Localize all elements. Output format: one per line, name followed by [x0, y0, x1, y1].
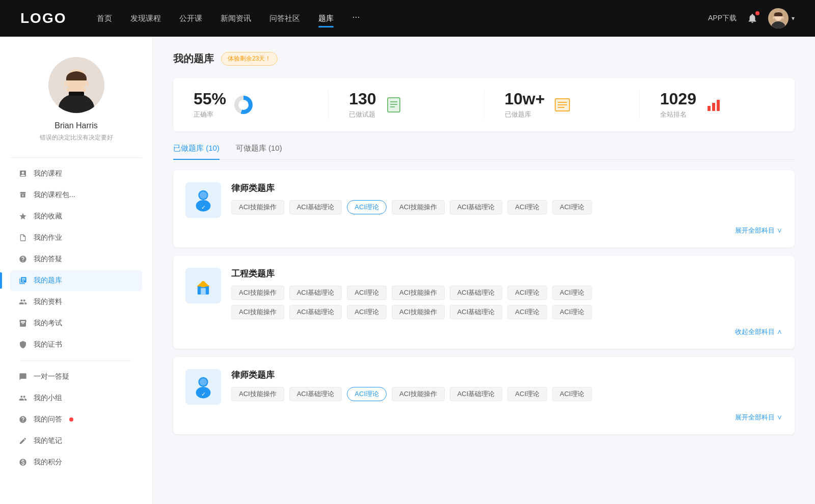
sidebar-divider-1 [10, 157, 142, 158]
stat-banks-label: 已做题库 [505, 110, 545, 119]
tags-row-lawyer-1: ACI技能操作 ACI基础理论 ACI理论 ACI技能操作 ACI基础理论 AC… [231, 200, 592, 214]
stat-done-banks: 10w+ 已做题库 [484, 90, 640, 119]
sidebar-item-course-label: 我的课程 [34, 169, 62, 178]
law2-tag-4[interactable]: ACI基础理论 [450, 387, 503, 401]
sidebar-item-points[interactable]: 我的积分 [10, 452, 142, 473]
sidebar-item-myqa[interactable]: 我的问答 [10, 409, 142, 430]
tab-available-banks[interactable]: 可做题库 (10) [236, 144, 282, 159]
page-header: 我的题库 体验剩余23天！ [173, 52, 795, 66]
svg-point-27 [201, 281, 205, 285]
sidebar-item-group[interactable]: 我的小组 [10, 387, 142, 409]
profile-section: Brian Harris 错误的决定比没有决定要好 [0, 37, 152, 152]
nav-discover[interactable]: 发现课程 [130, 12, 161, 25]
qbank-header-lawyer-2: ✓ 律师类题库 ACI技能操作 ACI基础理论 ACI理论 ACI技能操作 AC… [185, 369, 782, 405]
tags-row-engineer-1: ACI技能操作 ACI基础理论 ACI理论 ACI技能操作 ACI基础理论 AC… [231, 286, 592, 300]
tag-4[interactable]: ACI基础理论 [450, 200, 503, 214]
sidebar-item-notes[interactable]: 我的笔记 [10, 430, 142, 452]
eng-tag-r2-3[interactable]: ACI技能操作 [392, 305, 445, 319]
collapse-link-engineer[interactable]: 收起全部科目 ∧ [185, 327, 782, 337]
tag-0[interactable]: ACI技能操作 [231, 200, 284, 214]
question-icon [18, 255, 28, 264]
sidebar-divider-2 [20, 360, 132, 361]
svg-text:✓: ✓ [201, 204, 206, 210]
qbank-icon [18, 276, 28, 285]
nav-qa[interactable]: 问答社区 [269, 12, 300, 25]
expand-link-lawyer-2[interactable]: 展开全部科目 ∨ [185, 413, 782, 422]
navbar: LOGO 首页 发现课程 公开课 新闻资讯 问答社区 题库 ··· APP下载 [0, 0, 815, 37]
sidebar-item-favorites[interactable]: 我的收藏 [10, 206, 142, 227]
app-download-button[interactable]: APP下载 [708, 14, 737, 23]
sidebar-item-certificate-label: 我的证书 [34, 340, 62, 349]
tag-6[interactable]: ACI理论 [552, 200, 592, 214]
profile-avatar [48, 57, 104, 113]
qbank-header-lawyer-1: ✓ 律师类题库 ACI技能操作 ACI基础理论 ACI理论 ACI技能操作 AC… [185, 182, 782, 218]
main-layout: Brian Harris 错误的决定比没有决定要好 我的课程 我的课程包... [0, 37, 815, 504]
eng-tag-r1-2[interactable]: ACI理论 [347, 286, 387, 300]
package-icon [18, 190, 28, 200]
tag-1[interactable]: ACI基础理论 [289, 200, 342, 214]
sidebar-item-course[interactable]: 我的课程 [10, 163, 142, 184]
tag-3[interactable]: ACI技能操作 [392, 200, 445, 214]
sidebar-item-exam-label: 我的考试 [34, 319, 62, 328]
eng-tag-r1-4[interactable]: ACI基础理论 [450, 286, 503, 300]
sidebar: Brian Harris 错误的决定比没有决定要好 我的课程 我的课程包... [0, 37, 153, 504]
stat-accuracy: 55% 正确率 [173, 90, 329, 119]
svg-rect-7 [388, 98, 400, 112]
accuracy-pie-icon [234, 96, 253, 114]
qbank-title-area-lawyer-1: 律师类题库 ACI技能操作 ACI基础理论 ACI理论 ACI技能操作 ACI基… [231, 182, 592, 214]
qbank-title-engineer: 工程类题库 [231, 268, 592, 279]
user-avatar-menu[interactable]: ▾ [768, 8, 795, 29]
sidebar-item-oneonone[interactable]: 一对一答疑 [10, 366, 142, 387]
sidebar-item-material[interactable]: 我的资料 [10, 291, 142, 313]
tag-5[interactable]: ACI理论 [507, 200, 547, 214]
eng-tag-r2-6[interactable]: ACI理论 [552, 305, 592, 319]
eng-tag-r1-6[interactable]: ACI理论 [552, 286, 592, 300]
svg-rect-25 [201, 288, 206, 295]
sidebar-item-material-label: 我的资料 [34, 297, 62, 306]
trial-badge: 体验剩余23天！ [221, 52, 278, 66]
nav-more[interactable]: ··· [352, 12, 360, 25]
eng-tag-r1-5[interactable]: ACI理论 [507, 286, 547, 300]
nav-news[interactable]: 新闻资讯 [221, 12, 251, 25]
doc-icon [385, 96, 403, 114]
stat-done-number: 130 [349, 90, 376, 108]
tag-2-active[interactable]: ACI理论 [347, 200, 387, 214]
law2-tag-5[interactable]: ACI理论 [507, 387, 547, 401]
sidebar-item-certificate[interactable]: 我的证书 [10, 334, 142, 355]
expand-link-lawyer-1[interactable]: 展开全部科目 ∨ [185, 226, 782, 235]
sidebar-item-qbank-label: 我的题库 [34, 276, 62, 285]
oneonone-icon [18, 372, 28, 381]
law2-tag-0[interactable]: ACI技能操作 [231, 387, 284, 401]
law2-tag-3[interactable]: ACI技能操作 [392, 387, 445, 401]
qbank-title-lawyer-1: 律师类题库 [231, 182, 592, 194]
nav-opencourse[interactable]: 公开课 [179, 12, 202, 25]
tags-row-engineer-2: ACI技能操作 ACI基础理论 ACI理论 ACI技能操作 ACI基础理论 AC… [231, 305, 592, 319]
eng-tag-r2-5[interactable]: ACI理论 [507, 305, 547, 319]
eng-tag-r1-1[interactable]: ACI基础理论 [289, 286, 342, 300]
eng-tag-r2-1[interactable]: ACI基础理论 [289, 305, 342, 319]
svg-text:✓: ✓ [201, 391, 206, 397]
eng-tag-r2-0[interactable]: ACI技能操作 [231, 305, 284, 319]
profile-name: Brian Harris [55, 121, 97, 130]
nav-qbank[interactable]: 题库 [318, 12, 334, 25]
tab-done-banks[interactable]: 已做题库 (10) [173, 144, 220, 159]
sidebar-item-qa-mine[interactable]: 我的答疑 [10, 248, 142, 270]
eng-tag-r2-2[interactable]: ACI理论 [347, 305, 387, 319]
eng-tag-r1-3[interactable]: ACI技能操作 [392, 286, 445, 300]
sidebar-item-homework[interactable]: 我的作业 [10, 227, 142, 248]
avatar [768, 8, 789, 29]
sidebar-item-qbank[interactable]: 我的题库 [10, 270, 142, 291]
law2-tag-6[interactable]: ACI理论 [552, 387, 592, 401]
note-icon [18, 436, 28, 445]
sidebar-item-package[interactable]: 我的课程包... [10, 184, 142, 206]
eng-tag-r1-0[interactable]: ACI技能操作 [231, 286, 284, 300]
sidebar-item-exam[interactable]: 我的考试 [10, 313, 142, 334]
nav-home[interactable]: 首页 [97, 12, 112, 25]
eng-tag-r2-4[interactable]: ACI基础理论 [450, 305, 503, 319]
law2-tag-2-active[interactable]: ACI理论 [347, 387, 387, 401]
list-icon [553, 96, 572, 114]
notification-bell[interactable] [747, 13, 758, 24]
stat-done-questions: 130 已做试题 [329, 90, 484, 119]
sidebar-item-package-label: 我的课程包... [34, 190, 75, 200]
law2-tag-1[interactable]: ACI基础理论 [289, 387, 342, 401]
